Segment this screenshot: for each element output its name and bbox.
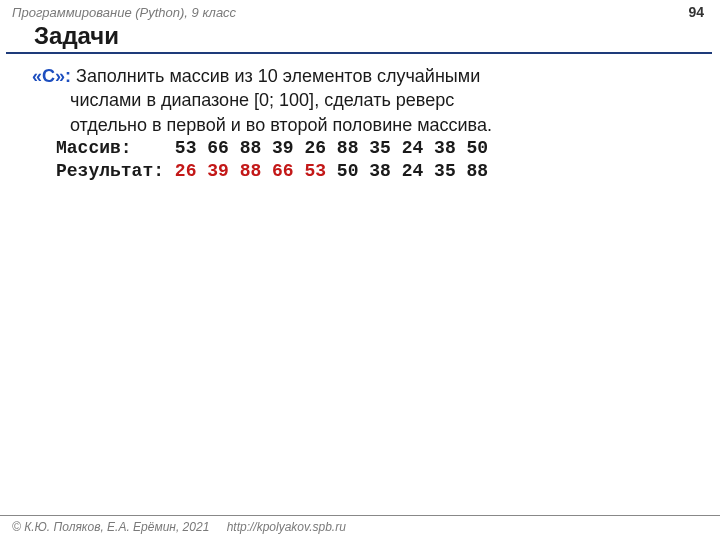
footer: © К.Ю. Поляков, Е.А. Ерёмин, 2021 http:/…	[0, 515, 720, 540]
task-line1: Заполнить массив из 10 элементов случайн…	[71, 66, 480, 86]
task-label: «C»:	[32, 66, 71, 86]
footer-url: http://kpolyakov.spb.ru	[227, 520, 346, 534]
task-block: «C»: Заполнить массив из 10 элементов сл…	[32, 64, 696, 137]
page-title: Задачи	[6, 22, 712, 54]
result-rest: 50 38 24 35 88	[326, 161, 488, 181]
task-line2: числами в диапазоне [0; 100], сделать ре…	[32, 88, 696, 112]
page-number: 94	[688, 4, 704, 20]
array-row: Массив: 53 66 88 39 26 88 35 24 38 50	[32, 137, 696, 160]
result-label: Результат:	[56, 161, 164, 181]
result-red: 26 39 88 66 53	[164, 161, 326, 181]
task-line3: отдельно в первой и во второй половине м…	[32, 113, 696, 137]
header: Программирование (Python), 9 класс 94	[0, 0, 720, 22]
result-row: Результат: 26 39 88 66 53 50 38 24 35 88	[32, 160, 696, 183]
copyright: © К.Ю. Поляков, Е.А. Ерёмин, 2021	[12, 520, 209, 534]
array-label: Массив:	[56, 138, 164, 158]
array-values: 53 66 88 39 26 88 35 24 38 50	[164, 138, 488, 158]
course-label: Программирование (Python), 9 класс	[12, 5, 236, 20]
content: «C»: Заполнить массив из 10 элементов сл…	[0, 64, 720, 184]
